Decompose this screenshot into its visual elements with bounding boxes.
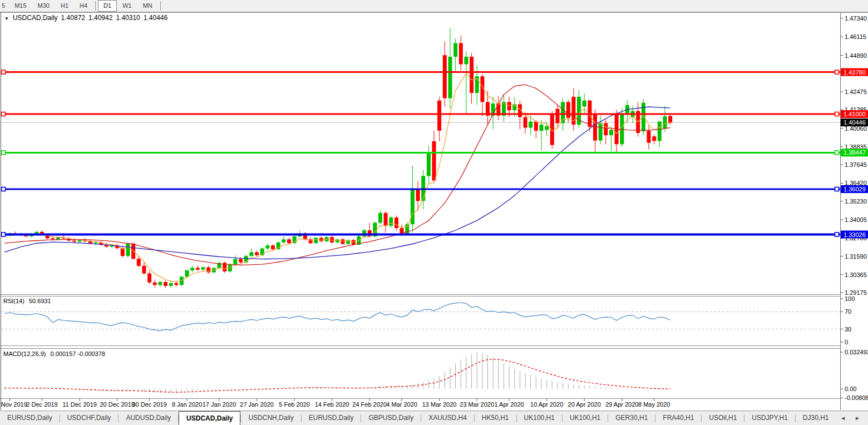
hline-handle[interactable] xyxy=(835,112,839,116)
date-tick: 23 Mar 2020 xyxy=(460,401,494,408)
hline-handle[interactable] xyxy=(835,233,839,236)
price-tick: 1.42475 xyxy=(845,88,867,95)
price-tick: 1.31590 xyxy=(845,253,867,260)
ohlc-high: 1.40942 xyxy=(88,14,112,22)
chart-tab-usoil-h1[interactable]: USOil,H1 xyxy=(702,411,744,425)
date-tick: 8 Jan 2020 xyxy=(172,401,202,408)
hline-handle[interactable] xyxy=(2,112,6,116)
tab-scroll-left-icon[interactable]: ◄ xyxy=(840,415,846,421)
toolbar-separator xyxy=(95,1,96,11)
chart-canvas[interactable]: 1.473401.461151.448901.424751.412851.400… xyxy=(0,0,868,425)
timeframe-button-m30[interactable]: M30 xyxy=(32,0,55,12)
chart-tab-hk50-h1[interactable]: HK50,H1 xyxy=(475,411,516,425)
date-tick: 17 Jan 2020 xyxy=(203,401,236,408)
chart-symbol-label: USDCAD,Daily xyxy=(13,14,58,22)
chart-tab-audusd-daily[interactable]: AUDUSD,Daily xyxy=(119,411,178,425)
date-tick: 24 Feb 2020 xyxy=(352,401,387,408)
hline-handle[interactable] xyxy=(835,70,839,74)
price-badge-1.33026: 1.33026 xyxy=(841,231,868,239)
svg-text:100: 100 xyxy=(845,295,855,302)
date-tick: 22 Nov 2019 xyxy=(0,401,27,408)
date-tick: 13 Mar 2020 xyxy=(422,401,457,408)
hline-handle[interactable] xyxy=(835,187,839,191)
date-tick: 2 Dec 2019 xyxy=(26,401,57,408)
svg-text:70: 70 xyxy=(845,308,851,315)
price-tick: 1.44890 xyxy=(845,52,867,59)
price-badge-1.38447: 1.38447 xyxy=(841,149,868,156)
chart-tab-usdjpy-h1[interactable]: USDJPY,H1 xyxy=(744,411,795,425)
svg-text:1.41000: 1.41000 xyxy=(844,111,866,117)
chart-tab-gbpusd-daily[interactable]: GBPUSD,Daily xyxy=(361,411,421,425)
macd-value: 0.000157 -0.000378 xyxy=(50,350,105,357)
mt4-window: { "toolbar": { "items": [ {"label": "5"}… xyxy=(0,0,868,425)
chart-tab-uk100-h1[interactable]: UK100,H1 xyxy=(563,411,608,425)
price-tick: 1.34005 xyxy=(845,216,867,223)
date-tick: 5 Feb 2020 xyxy=(279,401,310,408)
svg-text:1.40446: 1.40446 xyxy=(844,119,866,126)
rsi-legend: RSI(14) 50.6931 xyxy=(3,298,54,304)
hline-handle[interactable] xyxy=(835,151,839,155)
date-tick: 1 Apr 2020 xyxy=(494,401,524,408)
svg-text:1.33026: 1.33026 xyxy=(844,231,866,238)
hline-handle[interactable] xyxy=(2,151,6,155)
price-tick: 1.30365 xyxy=(845,271,867,278)
chart-tab-uk100-h1[interactable]: UK100,H1 xyxy=(517,411,562,425)
chart-tabbar: EURUSD,DailyUSDCHF,DailyAUDUSD,DailyUSDC… xyxy=(0,411,868,425)
price-tick: 1.37645 xyxy=(845,161,867,168)
chart-tab-xauusd-h4[interactable]: XAUUSD,H4 xyxy=(421,411,474,425)
macd-name: MACD(12,26,9) xyxy=(3,350,46,357)
price-badge-1.41000: 1.41000 xyxy=(841,110,868,118)
macd-tick: -0.008086 xyxy=(845,394,868,401)
timeframe-button-mn[interactable]: MN xyxy=(137,0,158,12)
timeframe-button-5[interactable]: 5 xyxy=(0,0,9,12)
macd-tick: 0.032493 xyxy=(845,349,868,355)
timeframe-button-h4[interactable]: H4 xyxy=(74,0,93,12)
hline-handle[interactable] xyxy=(2,233,6,236)
hline-handle[interactable] xyxy=(2,187,6,191)
chart-tab-dj30-h1[interactable]: DJ30,H1 xyxy=(796,411,836,425)
price-tick: 1.35230 xyxy=(845,198,867,205)
date-tick: 27 Jan 2020 xyxy=(240,401,274,408)
macd-legend: MACD(12,26,9) 0.000157 -0.000378 xyxy=(3,350,108,357)
date-tick: 14 Feb 2020 xyxy=(315,401,349,408)
ohlc-low: 1.40310 xyxy=(116,14,140,22)
svg-text:1.43780: 1.43780 xyxy=(844,69,866,76)
symbol-dropdown-icon[interactable]: ▼ xyxy=(4,16,9,21)
chart-tab-usdcad-daily[interactable]: USDCAD,Daily xyxy=(179,411,240,425)
hline-handle[interactable] xyxy=(2,70,6,74)
timeframe-toolbar: 5M15M30H1H4D1W1MN xyxy=(0,0,868,12)
svg-text:1.36029: 1.36029 xyxy=(844,186,866,192)
chart-background xyxy=(0,0,868,425)
chart-tab-usdcnh-daily[interactable]: USDCNH,Daily xyxy=(241,411,300,425)
price-badge-1.43780: 1.43780 xyxy=(841,68,868,76)
rsi-name: RSI(14) xyxy=(3,298,24,304)
timeframe-button-d1[interactable]: D1 xyxy=(98,0,117,12)
rsi-value: 50.6931 xyxy=(29,298,51,304)
price-tick: 1.47340 xyxy=(845,15,867,22)
price-badge-1.36029: 1.36029 xyxy=(841,185,868,193)
ohlc-open: 1.40872 xyxy=(61,14,85,22)
timeframe-button-m15[interactable]: M15 xyxy=(9,0,32,12)
chart-tab-ger30-h1[interactable]: GER30,H1 xyxy=(608,411,655,425)
svg-text:30: 30 xyxy=(845,326,851,333)
price-tick: 1.46115 xyxy=(845,33,866,40)
chart-tab-eurusd-daily[interactable]: EURUSD,Daily xyxy=(0,411,60,425)
date-tick: 8 May 2020 xyxy=(638,401,670,408)
date-tick: 20 Dec 2019 xyxy=(100,401,135,408)
date-tick: 20 Apr 2020 xyxy=(568,401,601,408)
toolbar-separator xyxy=(160,1,161,11)
macd-tick: 0.00 xyxy=(845,386,856,392)
price-badge-1.40446: 1.40446 xyxy=(841,118,868,126)
chart-tab-usdchf-daily[interactable]: USDCHF,Daily xyxy=(60,411,119,425)
chart-tab-eurusd-daily[interactable]: EURUSD,Daily xyxy=(302,411,361,425)
svg-text:1.38447: 1.38447 xyxy=(844,149,866,156)
timeframe-button-h1[interactable]: H1 xyxy=(55,0,74,12)
chart-tab-fra40-h1[interactable]: FRA40,H1 xyxy=(655,411,701,425)
chart-title[interactable]: ▼ USDCAD,Daily 1.40872 1.40942 1.40310 1… xyxy=(4,14,171,22)
date-tick: 4 Mar 2020 xyxy=(386,401,417,408)
timeframe-button-w1[interactable]: W1 xyxy=(117,0,137,12)
date-tick: 29 Apr 2020 xyxy=(605,401,638,408)
tab-scroll-right-icon[interactable]: ► xyxy=(855,415,860,421)
date-tick: 10 Apr 2020 xyxy=(530,401,563,408)
date-tick: 30 Dec 2019 xyxy=(132,401,166,408)
